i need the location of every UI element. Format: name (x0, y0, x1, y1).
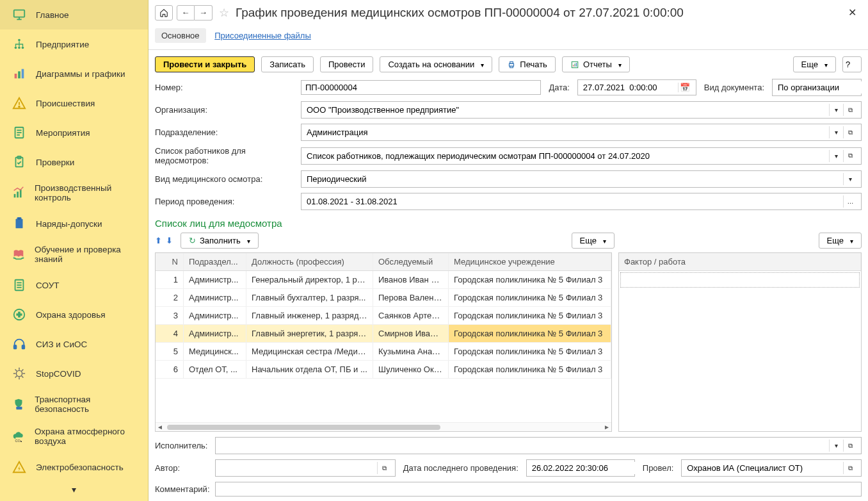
list-field[interactable]: ▾ ⧉ (301, 147, 862, 165)
sidebar-item-charts[interactable]: Диаграммы и графики (0, 59, 148, 88)
print-button[interactable]: Печать (499, 56, 556, 72)
close-button[interactable]: ✕ (843, 4, 862, 21)
calendar-icon[interactable]: 📅 (678, 83, 692, 92)
fill-button[interactable]: ↻ Заполнить (181, 233, 259, 249)
table-row[interactable]: 5Медицинск...Медицинская сестра /Медиц..… (156, 343, 611, 361)
author-field[interactable]: ⧉ (215, 459, 396, 477)
post-button[interactable]: Провести (320, 56, 374, 72)
sidebar-item-incidents[interactable]: Происшествия (0, 88, 148, 118)
tab-main[interactable]: Основное (155, 28, 206, 43)
dep-field[interactable]: ▾ ⧉ (301, 124, 862, 141)
sidebar-item-checks[interactable]: Проверки (0, 147, 148, 177)
dep-input[interactable] (305, 126, 829, 138)
table-row[interactable]: 6Отдел ОТ, ...Начальник отдела ОТ, ПБ и … (156, 361, 611, 379)
table-row[interactable]: 3Администр...Главный инженер, 1 разряд .… (156, 307, 611, 325)
sidebar-item-permits[interactable]: Наряды-допуски (0, 209, 148, 238)
sidebar-item-electro[interactable]: Электробезопасность (0, 452, 148, 482)
th-clinic[interactable]: Медицинское учреждение (449, 253, 611, 270)
dropdown-icon[interactable]: ▾ (829, 104, 843, 116)
number-field[interactable] (301, 80, 541, 95)
write-button[interactable]: Записать (261, 56, 314, 72)
org-field[interactable]: ▾ ⧉ (301, 101, 862, 119)
table-row[interactable]: 1Администр...Генеральный директор, 1 ра.… (156, 271, 611, 289)
cell-clinic: Городская поликлиника № 5 Филиал 3 (449, 361, 611, 378)
help-button[interactable]: ? (842, 56, 862, 72)
sidebar-item-enterprise[interactable]: Предприятие (0, 29, 148, 59)
period-field[interactable]: … (301, 193, 862, 210)
sidebar-item-health[interactable]: Охрана здоровья (0, 300, 148, 329)
date-input[interactable] (582, 82, 678, 93)
th-n[interactable]: N (156, 253, 184, 270)
executor-field[interactable]: ▾ ⧉ (215, 437, 862, 454)
open-icon[interactable]: ⧉ (843, 150, 857, 162)
doc-type-input[interactable] (776, 81, 868, 94)
conducted-by-field[interactable]: ⧉ (681, 459, 862, 477)
sidebar-item-training[interactable]: Обучение и проверка знаний (0, 238, 148, 270)
svg-line-35 (15, 370, 17, 372)
last-date-label: Дата последнего проведения: (401, 463, 521, 473)
forward-button[interactable]: → (195, 5, 213, 21)
open-icon[interactable]: ⧉ (843, 462, 857, 474)
sidebar-item-label: Диаграммы и графики (36, 69, 125, 79)
org-input[interactable] (305, 104, 829, 116)
author-input[interactable] (220, 462, 377, 474)
create-from-button[interactable]: Создать на основании (380, 56, 492, 72)
grid-more-button[interactable]: Еще (572, 233, 615, 249)
move-down-button[interactable]: ⬇ (166, 236, 173, 245)
th-dep[interactable]: Подраздел... (184, 253, 246, 270)
sidebar-item-main[interactable]: Главное (0, 0, 148, 29)
period-input[interactable] (305, 195, 843, 208)
dropdown-icon[interactable]: ▾ (843, 173, 857, 185)
kind-field[interactable]: ▾ (301, 170, 862, 188)
sidebar-item-air[interactable]: CO₂ Охрана атмосферного воздуха (0, 420, 148, 452)
conducted-by-input[interactable] (686, 462, 843, 474)
reports-button[interactable]: Отчеты (562, 56, 630, 72)
back-button[interactable]: ← (177, 5, 195, 21)
last-date-field[interactable] (526, 459, 635, 477)
open-icon[interactable]: ⧉ (843, 439, 857, 452)
doc-type-field[interactable]: ▾ (772, 79, 862, 96)
cell-person: Перова Валент... (373, 289, 449, 306)
svg-rect-9 (22, 69, 24, 79)
printer-icon (507, 60, 516, 69)
sidebar-item-label: Транспортная безопасность (35, 395, 139, 414)
favorite-star-icon[interactable]: ☆ (216, 6, 232, 20)
dropdown-icon[interactable]: ▾ (829, 439, 843, 452)
factor-empty-cell[interactable] (620, 272, 860, 288)
clipboard-check-icon (12, 154, 27, 170)
th-person[interactable]: Обследуемый (373, 253, 449, 270)
sidebar-item-transport[interactable]: Транспортная безопасность (0, 388, 148, 420)
table-row[interactable]: 4Администр...Главный энергетик, 1 разряд… (156, 325, 611, 343)
tab-files[interactable]: Присоединенные файлы (208, 28, 317, 43)
cell-n: 5 (156, 343, 184, 360)
executor-input[interactable] (220, 439, 829, 452)
open-icon[interactable]: ⧉ (843, 104, 857, 116)
sidebar-item-sout[interactable]: СОУТ (0, 270, 148, 300)
post-and-close-button[interactable]: Провести и закрыть (155, 56, 255, 72)
comment-field[interactable] (215, 482, 862, 497)
table-row[interactable]: 2Администр...Главный бухгалтер, 1 разря.… (156, 289, 611, 307)
horizontal-scrollbar[interactable]: ◄► (156, 422, 611, 431)
more-button[interactable]: Еще (793, 56, 836, 72)
date-field[interactable]: 📅 (577, 79, 696, 95)
ellipsis-icon[interactable]: … (843, 195, 857, 208)
th-pos[interactable]: Должность (профессия) (246, 253, 373, 270)
sidebar-expand-toggle[interactable]: ▾ (0, 482, 148, 497)
sidebar-item-stopcovid[interactable]: StopCOVID (0, 359, 148, 388)
sidebar-item-events[interactable]: Мероприятия (0, 118, 148, 147)
kind-input[interactable] (305, 173, 843, 185)
move-up-button[interactable]: ⬆ (155, 236, 162, 245)
sidebar-item-prod-control[interactable]: Производственный контроль (0, 177, 148, 209)
list-input[interactable] (305, 150, 829, 162)
dropdown-icon[interactable]: ▾ (829, 150, 843, 162)
th-factor[interactable]: Фактор / работа (619, 253, 861, 270)
home-button[interactable] (155, 5, 173, 21)
sidebar-item-ppe[interactable]: СИЗ и СиОС (0, 329, 148, 359)
svg-rect-29 (22, 345, 25, 349)
open-icon[interactable]: ⧉ (377, 462, 391, 474)
open-icon[interactable]: ⧉ (843, 126, 857, 138)
last-date-input[interactable] (531, 462, 641, 474)
svg-rect-43 (510, 66, 513, 67)
dropdown-icon[interactable]: ▾ (829, 126, 843, 138)
side-grid-more-button[interactable]: Еще (819, 233, 862, 249)
